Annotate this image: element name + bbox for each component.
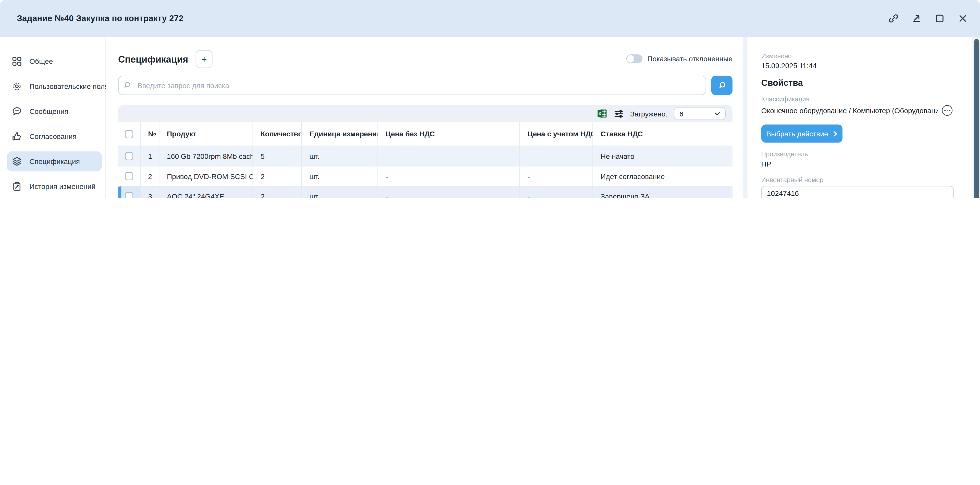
search-icon — [124, 81, 132, 89]
price-no-vat-cell: - — [378, 166, 520, 186]
maximize-button[interactable] — [933, 12, 945, 25]
column-header[interactable]: Ставка НДС — [593, 122, 732, 146]
chevron-down-icon — [714, 112, 720, 115]
table-row[interactable]: 1 160 Gb 7200rpm 8Mb cach... 5 шт. - - Н… — [118, 146, 732, 166]
message-icon — [12, 106, 22, 116]
export-excel-button[interactable]: X — [597, 108, 608, 119]
quantity-cell: 2 — [253, 187, 302, 198]
search-button[interactable] — [711, 76, 732, 95]
sidebar-item-label: Спецификация — [29, 158, 80, 165]
manufacturer-label: Производитель — [761, 150, 954, 158]
unit-cell: шт. — [302, 146, 378, 166]
table-row[interactable]: 2 Привод DVD-ROM SCSI C... 2 шт. - - Иде… — [118, 166, 732, 186]
close-icon — [958, 14, 967, 23]
sidebar-item-change-history[interactable]: История изменений — [7, 177, 102, 196]
select-all-checkbox[interactable] — [125, 130, 133, 138]
price-no-vat-cell: - — [378, 187, 520, 198]
row-checkbox[interactable] — [125, 172, 133, 180]
chevron-right-icon — [833, 131, 837, 137]
window-controls — [887, 0, 969, 37]
inventory-number-label: Инвентарный номер — [761, 176, 954, 183]
selected-row-accent — [118, 187, 121, 198]
price-with-vat-cell: - — [520, 166, 593, 186]
column-header[interactable]: Цена с учетом НДС — [520, 122, 593, 146]
main-content: Спецификация + Показывать отклоненные — [106, 37, 748, 198]
vat-status-cell: Завершено ЗА — [593, 187, 732, 198]
thumbs-up-icon — [12, 131, 22, 141]
column-settings-button[interactable] — [614, 108, 624, 118]
window-title: Задание №40 Закупка по контракту 272 — [17, 14, 183, 23]
row-number: 3 — [141, 187, 159, 198]
column-header[interactable]: Единица измерения — [302, 122, 378, 146]
add-row-button[interactable]: + — [196, 50, 213, 68]
modified-value: 15.09.2025 11:44 — [761, 62, 954, 69]
inventory-number-input[interactable] — [761, 186, 954, 198]
row-number: 1 — [141, 146, 159, 166]
window-scrollbar-thumb[interactable] — [974, 39, 978, 198]
sidebar-item-specification[interactable]: Спецификация — [7, 152, 102, 171]
column-header[interactable]: Количество — [253, 122, 302, 146]
unit-cell: шт. — [302, 166, 378, 186]
clipboard-edit-icon — [12, 181, 22, 191]
sidebar-item-general[interactable]: Общее — [7, 51, 102, 71]
close-button[interactable] — [956, 12, 969, 25]
sidebar: Общее Пользовательские поля — [0, 37, 106, 198]
titlebar: Задание №40 Закупка по контракту 272 — [0, 0, 980, 37]
row-number: 2 — [141, 166, 159, 186]
sidebar-item-label: Пользовательские поля — [29, 83, 108, 90]
specification-table: X Загружено: 6 — [118, 105, 732, 198]
window-scrollbar-track[interactable] — [973, 37, 980, 198]
sidebar-item-label: Общее — [29, 57, 53, 65]
grid-icon — [12, 56, 22, 66]
loaded-count-value: 6 — [679, 110, 684, 117]
copy-link-button[interactable] — [887, 12, 899, 25]
product-cell: Привод DVD-ROM SCSI C... — [159, 166, 253, 186]
sidebar-item-approvals[interactable]: Согласования — [7, 126, 102, 146]
product-cell: 160 Gb 7200rpm 8Mb cach... — [159, 146, 253, 166]
table-row-selected[interactable]: 3 AOC 24" 24G4XE 2 шт. - - Завершено ЗА — [118, 186, 732, 198]
unit-cell: шт. — [302, 187, 378, 198]
row-checkbox[interactable] — [125, 152, 133, 160]
search-icon — [717, 81, 727, 90]
classification-more-button[interactable] — [942, 105, 953, 116]
sidebar-item-user-fields[interactable]: Пользовательские поля — [7, 77, 102, 96]
classification-value: Оконечное оборудование / Компьютер (Обор… — [761, 107, 938, 114]
maximize-icon — [934, 13, 945, 24]
page-title: Спецификация — [118, 53, 188, 64]
sidebar-item-messages[interactable]: Сообщения — [7, 101, 102, 121]
search-input[interactable] — [118, 76, 706, 95]
manufacturer-value: HP — [761, 160, 954, 168]
link-icon — [888, 13, 899, 24]
sidebar-item-label: История изменений — [29, 183, 95, 190]
product-cell: AOC 24" 24G4XE — [159, 187, 253, 198]
vat-status-cell: Идет согласование — [593, 166, 732, 186]
sidebar-item-label: Сообщения — [29, 107, 68, 115]
price-with-vat-cell: - — [520, 146, 593, 166]
price-no-vat-cell: - — [378, 146, 520, 166]
gear-icon — [12, 81, 22, 91]
sidebar-item-label: Согласования — [29, 132, 76, 140]
table-header-row: № Продукт Количество Единица измерения Ц… — [118, 122, 732, 146]
loaded-label: Загружено: — [630, 110, 667, 117]
choose-action-button[interactable]: Выбрать действие — [761, 124, 843, 142]
svg-text:X: X — [598, 111, 601, 116]
column-header[interactable]: Цена без НДС — [378, 122, 520, 146]
column-header[interactable]: Продукт — [159, 122, 253, 146]
show-rejected-toggle[interactable] — [626, 54, 643, 63]
open-in-new-window-button[interactable] — [910, 12, 923, 25]
vat-status-cell: Не начато — [593, 146, 732, 166]
app-window: Задание №40 Закупка по контракту 272 — [0, 0, 980, 198]
loaded-count-dropdown[interactable]: 6 — [674, 107, 725, 120]
column-header[interactable]: № — [141, 122, 159, 146]
details-panel: Изменено 15.09.2025 11:44 Свойства Класс… — [748, 37, 973, 198]
quantity-cell: 2 — [253, 166, 302, 186]
main-scrollbar-track[interactable] — [743, 37, 748, 198]
open-in-new-icon — [911, 13, 921, 24]
price-with-vat-cell: - — [520, 187, 593, 198]
table-toolbar: X Загружено: 6 — [118, 105, 732, 122]
modified-label: Изменено — [761, 52, 954, 59]
window-body: Общее Пользовательские поля — [0, 37, 980, 198]
row-checkbox[interactable] — [125, 192, 133, 198]
layers-icon — [12, 156, 22, 166]
classification-label: Классификация — [761, 95, 954, 102]
